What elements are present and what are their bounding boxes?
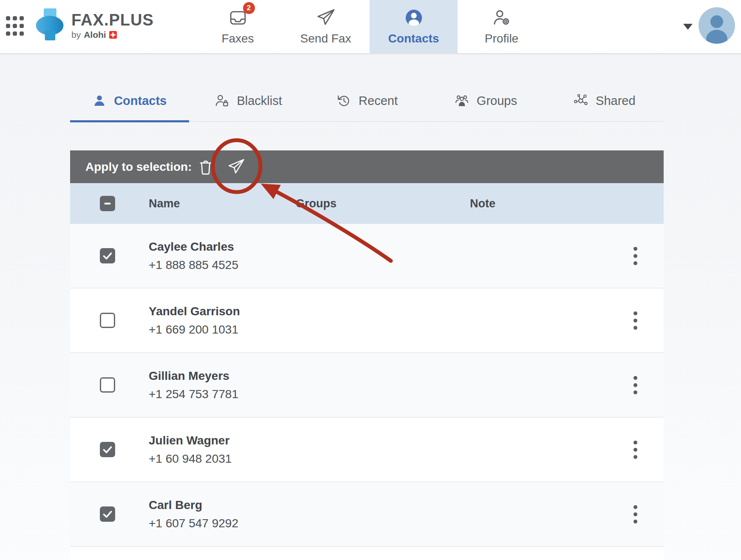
tab-shared[interactable]: Shared — [545, 80, 664, 121]
faxplus-logo[interactable]: FAX.PLUS by Alohi — [35, 5, 154, 46]
top-navigation-bar: FAX.PLUS by Alohi 2 — [0, 0, 741, 53]
kebab-menu[interactable] — [627, 504, 644, 524]
table-row: Caylee Charles +1 888 885 4525 — [70, 224, 664, 288]
person-lock-icon — [214, 93, 229, 108]
contact-name: Julien Wagner — [149, 434, 232, 447]
inbox-icon: 2 — [228, 8, 248, 28]
send-fax-icon[interactable] — [227, 158, 246, 176]
apply-to-selection-bar: Apply to selection: — [70, 150, 664, 183]
tab-blacklist[interactable]: Blacklist — [189, 80, 307, 121]
row-checkbox[interactable] — [100, 506, 115, 522]
swiss-flag-icon — [109, 31, 117, 39]
trash-icon[interactable] — [197, 158, 215, 176]
person-icon — [92, 93, 107, 108]
table-header-row: Name Groups Note — [70, 183, 664, 224]
kebab-menu[interactable] — [627, 375, 644, 395]
primary-nav: 2 Faxes Send Fax — [194, 0, 546, 53]
people-icon — [454, 93, 469, 108]
caret-down-icon[interactable] — [683, 24, 693, 30]
kebab-menu[interactable] — [627, 246, 644, 266]
apply-to-selection-label: Apply to selection: — [85, 160, 192, 174]
faxplus-logo-icon — [35, 5, 65, 46]
table-row-partial — [70, 547, 664, 560]
contact-number: +1 60 948 2031 — [149, 452, 232, 466]
logo-byline: by — [71, 30, 81, 40]
row-checkbox[interactable] — [100, 248, 115, 263]
table-row: Gillian Meyers +1 254 753 7781 — [70, 353, 664, 418]
paper-plane-icon — [316, 8, 336, 28]
row-checkbox[interactable] — [100, 377, 115, 393]
tab-recent[interactable]: Recent — [308, 80, 426, 121]
contacts-tab-bar: Contacts Blacklist Recent — [70, 80, 664, 122]
avatar[interactable] — [699, 7, 735, 44]
column-header-name: Name — [149, 197, 180, 210]
table-row: Carl Berg +1 607 547 9292 — [70, 482, 664, 547]
contact-name: Carl Berg — [149, 498, 238, 512]
contact-name: Gillian Meyers — [149, 369, 238, 383]
column-header-note: Note — [470, 197, 495, 210]
contact-name: Caylee Charles — [149, 240, 238, 254]
history-icon — [336, 93, 351, 108]
nav-item-send-fax[interactable]: Send Fax — [282, 0, 370, 53]
kebab-menu[interactable] — [627, 310, 644, 331]
nav-item-contacts[interactable]: Contacts — [370, 0, 458, 53]
contact-number: +1 607 547 9292 — [149, 517, 238, 530]
kebab-menu[interactable] — [627, 439, 644, 460]
logo-brand: Alohi — [84, 30, 106, 40]
person-gear-icon — [492, 8, 512, 28]
row-checkbox[interactable] — [100, 442, 115, 457]
select-all-checkbox[interactable] — [100, 196, 115, 211]
apps-grid-icon[interactable] — [6, 16, 24, 36]
contacts-table: Name Groups Note Caylee Charles +1 888 8… — [70, 183, 664, 560]
unread-badge: 2 — [243, 2, 255, 14]
nav-item-profile[interactable]: Profile — [458, 0, 546, 53]
column-header-groups: Groups — [296, 197, 337, 210]
contact-number: +1 669 200 1031 — [149, 323, 240, 337]
nav-item-faxes[interactable]: 2 Faxes — [194, 0, 282, 53]
table-row: Yandel Garrison +1 669 200 1031 — [70, 288, 664, 353]
row-checkbox[interactable] — [100, 313, 115, 328]
tab-groups[interactable]: Groups — [426, 80, 545, 121]
table-row: Julien Wagner +1 60 948 2031 — [70, 418, 664, 482]
contact-name: Yandel Garrison — [149, 305, 240, 318]
tab-contacts[interactable]: Contacts — [70, 80, 189, 121]
share-network-icon — [573, 93, 588, 108]
logo-title: FAX.PLUS — [71, 11, 154, 28]
contact-number: +1 888 885 4525 — [149, 258, 238, 272]
contact-number: +1 254 753 7781 — [149, 387, 238, 401]
person-circle-icon — [404, 8, 424, 28]
active-tab-underline — [70, 120, 189, 122]
